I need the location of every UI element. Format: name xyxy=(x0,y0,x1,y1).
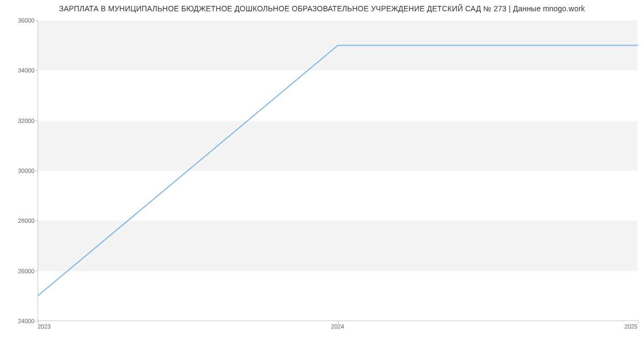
plot-area xyxy=(38,20,638,321)
y-tick xyxy=(35,271,38,271)
y-tick xyxy=(35,70,38,71)
y-axis-label: 30000 xyxy=(8,168,34,174)
x-axis-label: 2025 xyxy=(625,323,638,330)
y-tick xyxy=(35,171,38,171)
y-axis-label: 24000 xyxy=(8,318,34,324)
x-axis-label: 2023 xyxy=(38,323,50,330)
chart-container: ЗАРПЛАТА В МУНИЦИПАЛЬНОЕ БЮДЖЕТНОЕ ДОШКО… xyxy=(0,0,644,349)
y-axis-label: 34000 xyxy=(8,67,34,74)
chart-title: ЗАРПЛАТА В МУНИЦИПАЛЬНОЕ БЮДЖЕТНОЕ ДОШКО… xyxy=(0,4,644,13)
y-tick xyxy=(35,221,38,221)
x-axis-label: 2024 xyxy=(331,323,344,330)
y-axis-label: 32000 xyxy=(8,118,34,124)
line-svg xyxy=(38,20,638,321)
x-tick xyxy=(638,321,639,324)
y-tick xyxy=(35,20,38,21)
y-axis-label: 26000 xyxy=(8,268,34,274)
y-axis-label: 28000 xyxy=(8,217,34,224)
y-tick xyxy=(35,120,38,121)
y-axis-label: 36000 xyxy=(8,17,34,24)
series-line xyxy=(38,46,638,296)
